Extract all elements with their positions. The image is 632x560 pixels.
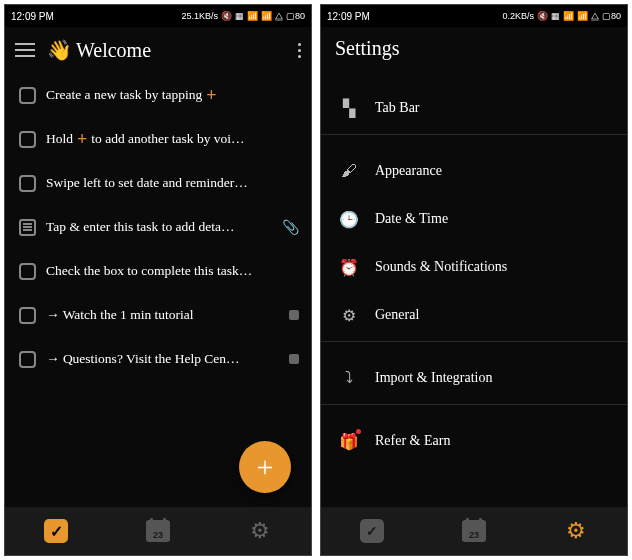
checkbox-icon[interactable] [19,263,36,280]
task-row[interactable]: → Watch the 1 min tutorial [5,293,311,337]
plus-inline-icon: + [77,129,87,150]
task-text: → Questions? Visit the Help Cen… [46,351,279,367]
task-text: Swipe left to set date and reminder… [46,175,299,191]
title-text: Welcome [76,39,151,62]
status-right: 25.1KB/s 🔇 ▦ 📶 📶 ⧋ ▢80 [181,11,305,22]
task-row[interactable]: Tap & enter this task to add deta… 📎 [5,205,311,249]
bottom-nav: ✓ 23 ⚙ [321,507,627,555]
task-row[interactable]: Swipe left to set date and reminder… [5,161,311,205]
settings-list: ▚ Tab Bar 🖌 Appearance 🕒 Date & Time ⏰ S… [321,66,627,507]
task-text: Check the box to complete this task… [46,263,299,279]
import-icon: ⤵ [339,368,359,388]
settings-label: Refer & Earn [375,433,450,449]
wifi-icon: ⧋ [591,11,599,22]
checkbox-icon[interactable] [19,131,36,148]
check-icon: ✓ [360,519,384,543]
wave-icon: 👋 [47,38,72,62]
task-text: Create a new task by tapping + [46,85,299,106]
gear-icon: ⚙ [566,518,586,544]
nav-tasks[interactable]: ✓ [43,518,69,544]
settings-label: Date & Time [375,211,448,227]
calendar-icon: 23 [146,520,170,542]
mute-icon: 🔇 [537,11,548,21]
phone-left: 12:09 PM 25.1KB/s 🔇 ▦ 📶 📶 ⧋ ▢80 👋 Welcom… [4,4,312,556]
more-icon[interactable] [298,43,301,58]
divider [321,134,627,135]
note-badge-icon [289,310,299,320]
grid-icon: ▚ [339,98,359,118]
task-row[interactable]: Check the box to complete this task… [5,249,311,293]
page-title: 👋 Welcome [47,38,286,62]
bottom-nav: ✓ 23 ⚙ [5,507,311,555]
mute-icon: 🔇 [221,11,232,21]
calendar-icon: 23 [462,520,486,542]
app-header: 👋 Welcome [5,27,311,73]
sim-icon: ▦ [235,11,244,21]
attachment-icon: 📎 [282,219,299,236]
task-row[interactable]: Hold + to add another task by voi… [5,117,311,161]
settings-label: Tab Bar [375,100,420,116]
settings-title: Settings [321,27,627,66]
checkbox-icon[interactable] [19,87,36,104]
signal-icon: 📶 [563,11,574,21]
gear-icon: ⚙ [250,518,270,544]
settings-label: Sounds & Notifications [375,259,507,275]
task-text: Hold + to add another task by voi… [46,129,299,150]
nav-tasks[interactable]: ✓ [359,518,385,544]
divider [321,341,627,342]
settings-label: Import & Integration [375,370,492,386]
signal-icon: 📶 [247,11,258,21]
sim-icon: ▦ [551,11,560,21]
checkbox-icon[interactable] [19,175,36,192]
settings-item-import[interactable]: ⤵ Import & Integration [321,354,627,402]
checkbox-icon[interactable] [19,351,36,368]
phone-right: 12:09 PM 0.2KB/s 🔇 ▦ 📶 📶 ⧋ ▢80 Settings … [320,4,628,556]
status-net: 0.2KB/s [502,11,534,21]
add-task-fab[interactable]: + [239,441,291,493]
status-bar: 12:09 PM 25.1KB/s 🔇 ▦ 📶 📶 ⧋ ▢80 [5,5,311,27]
task-text: Tap & enter this task to add deta… [46,219,272,235]
menu-icon[interactable] [15,43,35,57]
task-row[interactable]: Create a new task by tapping + [5,73,311,117]
gear-icon: ⚙ [339,305,359,325]
plus-inline-icon: + [206,85,216,106]
settings-label: General [375,307,419,323]
gift-icon: 🎁 [339,431,359,451]
note-badge-icon [289,354,299,364]
battery-icon: ▢80 [286,11,305,21]
status-net: 25.1KB/s [181,11,218,21]
checkbox-icon[interactable] [19,307,36,324]
settings-item-refer[interactable]: 🎁 Refer & Earn [321,417,627,465]
status-bar: 12:09 PM 0.2KB/s 🔇 ▦ 📶 📶 ⧋ ▢80 [321,5,627,27]
task-row[interactable]: → Questions? Visit the Help Cen… [5,337,311,381]
settings-item-datetime[interactable]: 🕒 Date & Time [321,195,627,243]
divider [321,404,627,405]
alarm-icon: ⏰ [339,257,359,277]
nav-calendar[interactable]: 23 [145,518,171,544]
nav-settings[interactable]: ⚙ [247,518,273,544]
notes-icon[interactable] [19,219,36,236]
signal-icon: 📶 [261,11,272,21]
status-right: 0.2KB/s 🔇 ▦ 📶 📶 ⧋ ▢80 [502,11,621,22]
nav-settings[interactable]: ⚙ [563,518,589,544]
settings-item-appearance[interactable]: 🖌 Appearance [321,147,627,195]
paint-icon: 🖌 [339,161,359,181]
clock-icon: 🕒 [339,209,359,229]
status-time: 12:09 PM [11,11,54,22]
settings-item-tabbar[interactable]: ▚ Tab Bar [321,84,627,132]
check-icon: ✓ [44,519,68,543]
settings-label: Appearance [375,163,442,179]
settings-item-sounds[interactable]: ⏰ Sounds & Notifications [321,243,627,291]
status-time: 12:09 PM [327,11,370,22]
battery-icon: ▢80 [602,11,621,21]
task-text: → Watch the 1 min tutorial [46,307,279,323]
wifi-icon: ⧋ [275,11,283,22]
nav-calendar[interactable]: 23 [461,518,487,544]
signal-icon: 📶 [577,11,588,21]
settings-item-general[interactable]: ⚙ General [321,291,627,339]
